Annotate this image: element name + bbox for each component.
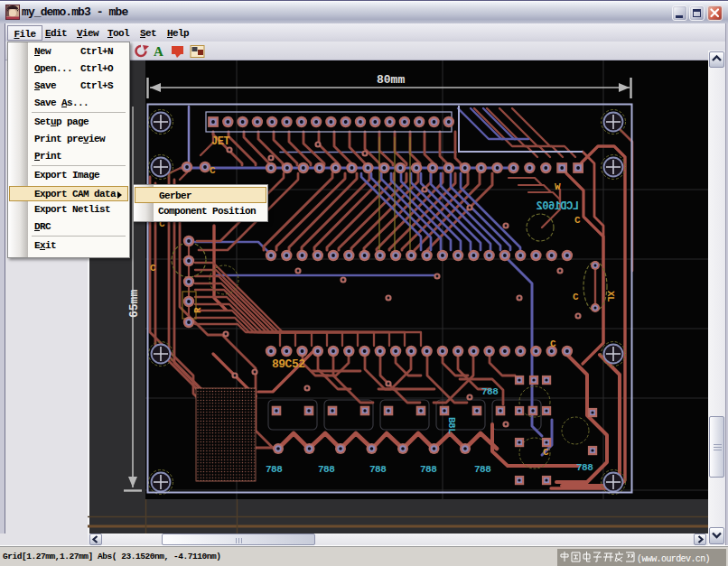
svg-text:80mm: 80mm	[377, 73, 405, 87]
svg-text:R: R	[192, 307, 203, 313]
svg-text:65mm: 65mm	[127, 290, 141, 318]
svg-text:XL: XL	[605, 291, 616, 302]
svg-text:C: C	[210, 165, 216, 176]
svg-text:C: C	[543, 447, 549, 458]
svg-text:788: 788	[420, 464, 437, 475]
svg-text:A: A	[154, 44, 163, 59]
svg-text:C: C	[573, 292, 579, 302]
svg-text:(www.ourdev.cn): (www.ourdev.cn)	[637, 554, 710, 564]
svg-text:788: 788	[369, 464, 387, 475]
svg-text:C: C	[550, 339, 556, 349]
svg-text:788: 788	[576, 462, 593, 473]
svg-text:JET: JET	[211, 135, 229, 148]
svg-text:788: 788	[481, 386, 499, 397]
svg-text:788: 788	[474, 464, 491, 475]
svg-text:C: C	[574, 215, 581, 226]
svg-text:C: C	[150, 263, 156, 274]
svg-text:B8L: B8L	[446, 417, 457, 434]
svg-text:89C52: 89C52	[272, 357, 305, 371]
svg-text:788: 788	[318, 464, 335, 475]
svg-text:LCD1602: LCD1602	[537, 200, 579, 213]
svg-text:788: 788	[266, 464, 283, 475]
svg-text:W: W	[555, 181, 561, 192]
